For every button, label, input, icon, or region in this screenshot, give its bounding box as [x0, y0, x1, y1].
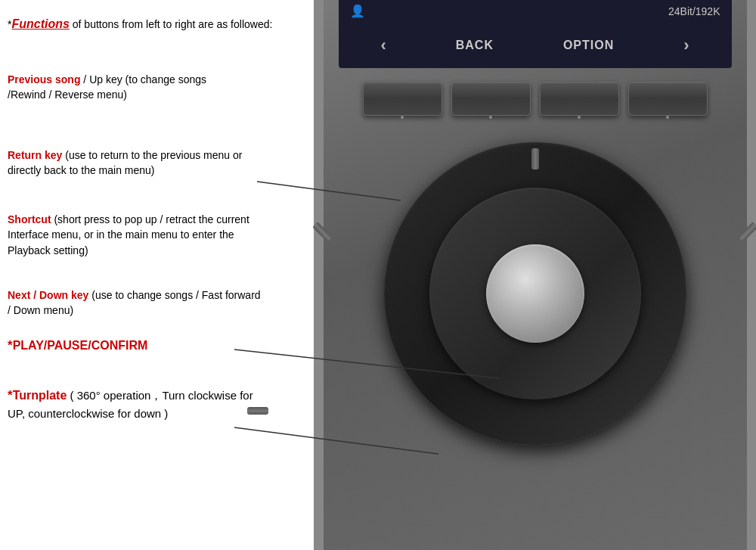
asterisk-3: *	[8, 388, 13, 402]
functions-heading: *Functions of buttons from left to right…	[8, 15, 302, 33]
screen-nav-bar: ‹ BACK OPTION ›	[339, 22, 732, 68]
next-key-label: Next / Down key	[8, 289, 88, 301]
option-label[interactable]: OPTION	[563, 39, 614, 52]
button-3[interactable]	[540, 82, 619, 116]
buttons-row	[339, 82, 732, 116]
next-key-annotation: Next / Down key (use to change songs / F…	[8, 287, 265, 319]
grip-mark-7	[247, 407, 268, 415]
functions-word: Functions	[11, 17, 69, 30]
device-body: 👤 24Bit/192K ‹ BACK OPTION ›	[324, 0, 747, 550]
user-icon: 👤	[350, 4, 365, 18]
knob-outer-ring[interactable]	[384, 142, 686, 445]
return-key-label: Return key	[8, 149, 62, 161]
knob-area	[376, 135, 694, 452]
functions-rest: of buttons from left to right are as fol…	[70, 18, 272, 30]
grip-mark-2	[738, 222, 756, 242]
button-1[interactable]	[363, 82, 442, 116]
shortcut-label: Shortcut	[8, 213, 51, 225]
turnplate-label: Turnplate	[13, 389, 67, 402]
previous-song-label: Previous song	[8, 73, 80, 85]
return-key-annotation: Return key (use to return to the previou…	[8, 148, 257, 179]
screen-top-bar: 👤 24Bit/192K	[339, 0, 732, 22]
shortcut-annotation: Shortcut (short press to pop up / retrac…	[8, 212, 265, 258]
back-label[interactable]: BACK	[456, 39, 494, 52]
play-annotation: *PLAY/PAUSE/CONFIRM	[8, 337, 242, 356]
grip-mark-8	[312, 222, 333, 242]
asterisk-2: *	[8, 338, 13, 353]
device-screen: 👤 24Bit/192K ‹ BACK OPTION ›	[339, 0, 732, 68]
left-arrow[interactable]: ‹	[380, 36, 386, 55]
turnplate-annotation: *Turnplate ( 360° operation，Turn clockwi…	[8, 386, 265, 422]
previous-song-annotation: Previous song / Up key (to change songs …	[8, 72, 242, 103]
knob-center-button[interactable]	[486, 244, 584, 343]
annotation-panel: *Functions of buttons from left to right…	[0, 0, 314, 550]
play-label: PLAY/PAUSE/CONFIRM	[13, 339, 148, 352]
device-panel: 👤 24Bit/192K ‹ BACK OPTION ›	[314, 0, 756, 550]
button-2[interactable]	[451, 82, 531, 116]
grip-mark-1	[531, 148, 539, 169]
bitrate-display: 24Bit/192K	[668, 5, 720, 17]
button-4[interactable]	[628, 82, 708, 116]
knob-inner	[429, 188, 641, 399]
right-arrow[interactable]: ›	[683, 36, 689, 55]
